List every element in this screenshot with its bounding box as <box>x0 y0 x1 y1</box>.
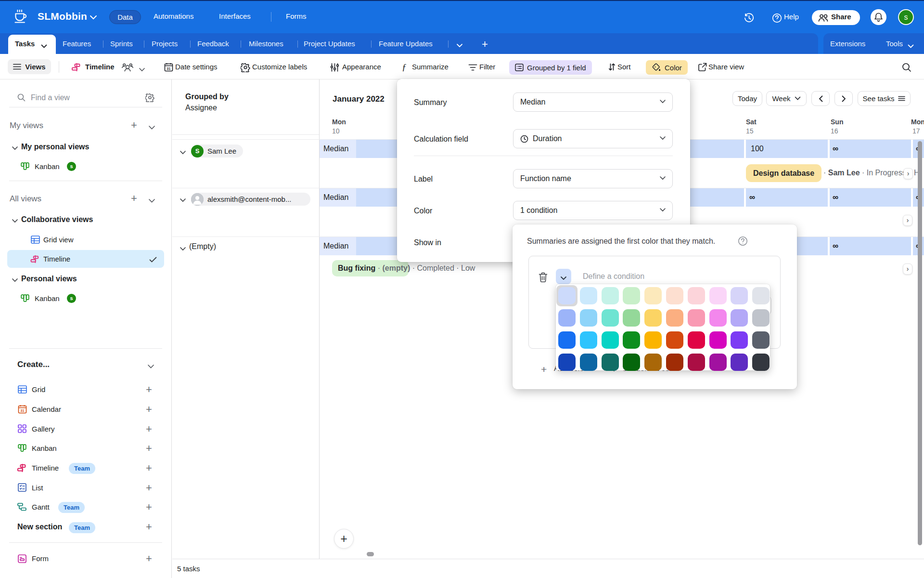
svg-text:31: 31 <box>167 67 171 70</box>
svg-text:31: 31 <box>21 409 25 412</box>
